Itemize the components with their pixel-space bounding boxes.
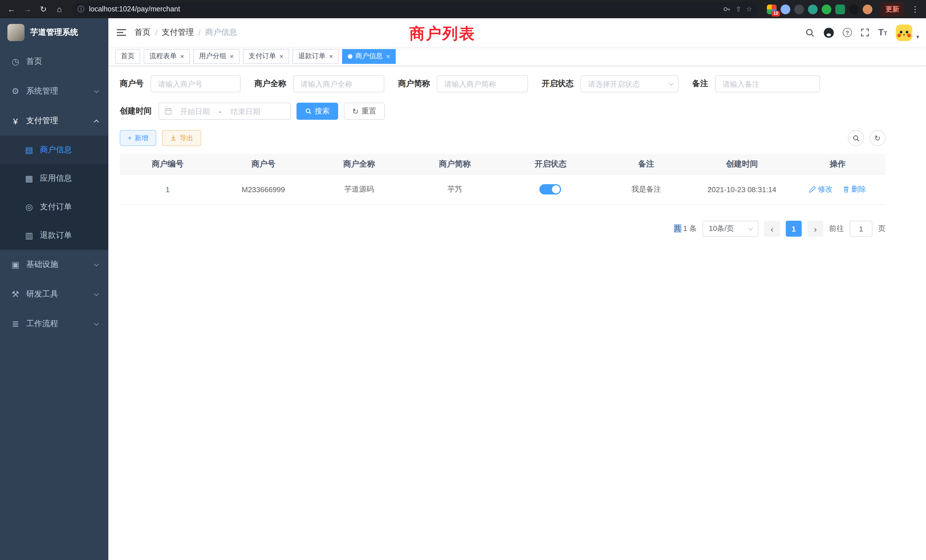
close-icon[interactable]: × <box>229 53 234 60</box>
sidebar-menu: ◷ 首页 ⚙ 系统管理 ¥ 支付管理 ▤ 商户信息 ▦ 应用信息 <box>0 47 108 339</box>
goto-page-input[interactable] <box>850 221 872 237</box>
extension-sheet-icon[interactable] <box>835 4 845 14</box>
sidebar-item-system[interactable]: ⚙ 系统管理 <box>0 76 108 106</box>
cell-remark: 我是备注 <box>598 184 694 194</box>
sidebar-item-infrastructure[interactable]: ▣ 基础设施 <box>0 250 108 279</box>
close-icon[interactable]: × <box>279 53 283 60</box>
status-select-input[interactable] <box>581 75 679 92</box>
toolbar: + 新增 导出 ↻ <box>120 130 885 146</box>
close-icon[interactable]: × <box>180 53 184 60</box>
status-select[interactable] <box>581 75 679 92</box>
password-key-icon[interactable] <box>723 5 731 13</box>
page-size-select[interactable]: 10条/页 <box>702 221 758 237</box>
share-icon[interactable]: ⇧ <box>735 5 741 13</box>
breadcrumb-home[interactable]: 首页 <box>135 27 151 38</box>
search-button[interactable]: 搜索 <box>297 103 338 120</box>
address-bar[interactable]: ⓘ localhost:1024/pay/merchant ⇧ ☆ <box>72 2 758 16</box>
prev-page-button[interactable]: ‹ <box>764 221 780 237</box>
close-icon[interactable]: × <box>328 53 333 60</box>
menu-label: 退款订单 <box>40 230 72 241</box>
start-date-input[interactable] <box>174 107 216 115</box>
extension-icon-dark[interactable] <box>794 4 804 14</box>
tab-home[interactable]: 首页 <box>115 49 140 64</box>
site-info-icon[interactable]: ⓘ <box>77 4 85 14</box>
edit-link[interactable]: 修改 <box>809 184 833 194</box>
github-icon[interactable] <box>823 27 834 38</box>
tab-process-form[interactable]: 流程表单 × <box>144 49 190 64</box>
current-page[interactable]: 1 <box>786 221 802 237</box>
tab-label: 用户分组 <box>199 51 226 61</box>
tab-merchant-info[interactable]: 商户信息 × <box>342 49 396 64</box>
date-range-picker[interactable]: - <box>159 103 291 120</box>
page-content: 商户号 商户全称 商户简称 开启状态 <box>108 66 926 237</box>
toggle-search-button[interactable] <box>848 130 864 146</box>
sidebar-item-home[interactable]: ◷ 首页 <box>0 47 108 76</box>
bookmark-star-icon[interactable]: ☆ <box>746 5 752 13</box>
merchant-name-input[interactable] <box>293 75 384 92</box>
next-page-button[interactable]: › <box>807 221 823 237</box>
sidebar-item-workflow[interactable]: ≣ 工作流程 <box>0 309 108 339</box>
breadcrumb-payment[interactable]: 支付管理 <box>162 27 194 38</box>
filter-row-1: 商户号 商户全称 商户简称 开启状态 <box>120 75 885 92</box>
calendar-icon <box>164 107 172 115</box>
tab-refund-order[interactable]: 退款订单 × <box>292 49 339 64</box>
tab-label: 流程表单 <box>150 51 177 61</box>
tab-user-group[interactable]: 用户分组 × <box>193 49 239 64</box>
delete-link[interactable]: 删除 <box>843 184 866 194</box>
extension-avatar-icon[interactable] <box>808 4 818 14</box>
menu-label: 支付管理 <box>26 116 58 126</box>
sidebar-item-payment[interactable]: ¥ 支付管理 <box>0 106 108 136</box>
merchant-short-name-input[interactable] <box>437 75 528 92</box>
browser-home-icon[interactable]: ⌂ <box>53 2 66 16</box>
fullscreen-icon[interactable] <box>861 28 870 37</box>
extensions-icon[interactable]: 10 <box>767 4 776 14</box>
extension-drop-icon[interactable] <box>781 4 790 14</box>
user-avatar[interactable] <box>896 24 912 41</box>
extension-cluster: 10 <box>764 4 876 14</box>
extension-dark-icon[interactable] <box>849 4 859 14</box>
close-icon[interactable]: × <box>386 53 390 60</box>
field-label: 商户全称 <box>254 79 286 89</box>
navbar-actions: ? TT ▾ <box>805 24 926 41</box>
sidebar-item-app-info[interactable]: ▦ 应用信息 <box>0 164 108 193</box>
end-date-input[interactable] <box>225 107 266 115</box>
sidebar-item-merchant-info[interactable]: ▤ 商户信息 <box>0 136 108 164</box>
dashboard-icon: ◷ <box>10 56 21 67</box>
hamburger-icon[interactable] <box>108 29 135 36</box>
search-icon[interactable] <box>805 28 815 37</box>
column-header: 商户编号 <box>120 159 216 169</box>
app-logo[interactable]: 芋道管理系统 <box>0 18 108 47</box>
help-icon[interactable]: ? <box>843 28 852 37</box>
status-toggle[interactable] <box>540 184 561 194</box>
breadcrumb-current: 商户信息 <box>205 27 237 38</box>
cell-merchant-id: 1 <box>120 185 216 194</box>
active-dot <box>348 54 353 59</box>
sidebar-item-refund-order[interactable]: ▥ 退款订单 <box>0 221 108 250</box>
chrome-update-button[interactable]: 更新 <box>881 2 904 16</box>
toolbar-right: ↻ <box>848 130 885 146</box>
browser-back-icon[interactable]: ← <box>5 2 18 16</box>
avatar-caret-icon[interactable]: ▾ <box>916 33 919 39</box>
browser-forward-icon[interactable]: → <box>21 2 34 16</box>
url-text[interactable]: localhost:1024/pay/merchant <box>89 5 719 13</box>
tab-label: 支付订单 <box>249 51 276 61</box>
tab-pay-order[interactable]: 支付订单 × <box>243 49 289 64</box>
export-button[interactable]: 导出 <box>162 130 201 146</box>
browser-reload-icon[interactable]: ↻ <box>36 2 50 16</box>
remark-input[interactable] <box>715 75 820 92</box>
target-icon: ◎ <box>24 202 34 212</box>
font-size-icon[interactable]: TT <box>878 28 887 37</box>
menu-label: 应用信息 <box>40 173 72 184</box>
trash-icon <box>843 186 850 193</box>
profile-avatar-icon[interactable] <box>863 4 872 14</box>
refresh-button[interactable]: ↻ <box>870 130 885 146</box>
sidebar-item-devtools[interactable]: ⚒ 研发工具 <box>0 279 108 309</box>
add-button[interactable]: + 新增 <box>120 130 156 146</box>
extension-green-icon[interactable] <box>822 4 831 14</box>
reset-button[interactable]: ↻ 重置 <box>344 103 385 120</box>
breadcrumb-separator: / <box>198 28 201 37</box>
sidebar-item-pay-order[interactable]: ◎ 支付订单 <box>0 193 108 221</box>
sidebar: 芋道管理系统 ◷ 首页 ⚙ 系统管理 ¥ 支付管理 ▤ 商户信息 <box>0 18 108 560</box>
browser-menu-icon[interactable]: ⋮ <box>909 5 921 14</box>
merchant-no-input[interactable] <box>151 75 241 92</box>
